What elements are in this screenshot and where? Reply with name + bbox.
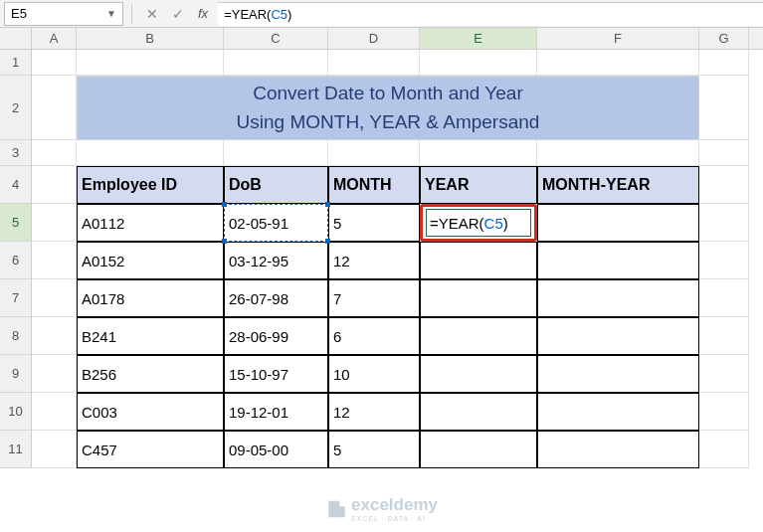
header-dob[interactable]: DoB [224,166,328,204]
cell-A1[interactable] [32,50,77,76]
cell-C8[interactable]: 28-06-99 [224,317,328,355]
cell-G3[interactable] [699,140,749,166]
cell-A11[interactable] [32,431,77,468]
cell-G5[interactable] [699,204,749,242]
cell-D3[interactable] [328,140,420,166]
cell-G11[interactable] [699,431,749,468]
cell-A3[interactable] [32,140,77,166]
cell-C3[interactable] [224,140,328,166]
cell-D8[interactable]: 6 [328,317,420,355]
cell-G8[interactable] [699,317,749,355]
select-all-corner[interactable] [0,28,32,49]
col-header-A[interactable]: A [32,28,77,49]
header-month-year[interactable]: MONTH-YEAR [537,166,699,204]
cell-E10[interactable] [420,393,537,431]
cell-E7[interactable] [420,279,537,317]
col-header-E[interactable]: E [420,28,537,49]
cell-E9[interactable] [420,355,537,393]
cell-F5[interactable] [537,204,699,242]
cell-D9[interactable]: 10 [328,355,420,393]
row-header-1[interactable]: 1 [0,50,32,76]
cell-E6[interactable] [420,242,537,279]
cell-B10[interactable]: C003 [77,393,224,431]
cell-B7[interactable]: A0178 [77,279,224,317]
cell-E3[interactable] [420,140,537,166]
cell-G4[interactable] [699,166,749,204]
cell-C5[interactable]: 02-05-91 [224,204,328,242]
row-header-6[interactable]: 6 [0,242,32,279]
cell-B5[interactable]: A0112 [77,204,224,242]
cell-C1[interactable] [224,50,328,76]
cell-A10[interactable] [32,393,77,431]
col-header-F[interactable]: F [537,28,699,49]
formula-input[interactable]: =YEAR(C5) [218,2,763,26]
row-header-10[interactable]: 10 [0,393,32,431]
cell-A8[interactable] [32,317,77,355]
header-month[interactable]: MONTH [328,166,420,204]
col-header-C[interactable]: C [224,28,328,49]
cell-A9[interactable] [32,355,77,393]
row-header-3[interactable]: 3 [0,140,32,166]
row-header-2[interactable]: 2 [0,76,32,140]
cell-G2[interactable] [699,76,749,140]
cell-C6[interactable]: 03-12-95 [224,242,328,279]
cell-B3[interactable] [77,140,224,166]
cell-F8[interactable] [537,317,699,355]
name-box[interactable]: E5 ▼ [4,2,123,26]
cell-F7[interactable] [537,279,699,317]
cell-E5[interactable]: =YEAR(C5) [420,204,537,242]
name-box-dropdown-icon[interactable]: ▼ [106,8,116,19]
column-headers: A B C D E F G [0,28,763,50]
cell-C10[interactable]: 19-12-01 [224,393,328,431]
col-header-G[interactable]: G [699,28,749,49]
header-year[interactable]: YEAR [420,166,537,204]
col-header-B[interactable]: B [77,28,224,49]
cell-B6[interactable]: A0152 [77,242,224,279]
cell-B1[interactable] [77,50,224,76]
cell-D11[interactable]: 5 [328,431,420,468]
col-header-D[interactable]: D [328,28,420,49]
row-header-5[interactable]: 5 [0,204,32,242]
cell-A5[interactable] [32,204,77,242]
cell-editor[interactable]: =YEAR(C5) [426,209,531,237]
cell-C9[interactable]: 15-10-97 [224,355,328,393]
cell-G7[interactable] [699,279,749,317]
row-header-9[interactable]: 9 [0,355,32,393]
cell-F3[interactable] [537,140,699,166]
cell-D7[interactable]: 7 [328,279,420,317]
cell-F11[interactable] [537,431,699,468]
header-employee-id[interactable]: Employee ID [77,166,224,204]
cell-F10[interactable] [537,393,699,431]
cell-G10[interactable] [699,393,749,431]
cell-A4[interactable] [32,166,77,204]
cell-E8[interactable] [420,317,537,355]
cell-B8[interactable]: B241 [77,317,224,355]
cell-G6[interactable] [699,242,749,279]
cell-G9[interactable] [699,355,749,393]
enter-icon[interactable]: ✓ [172,6,184,22]
cell-A7[interactable] [32,279,77,317]
row-header-8[interactable]: 8 [0,317,32,355]
cell-D5[interactable]: 5 [328,204,420,242]
fx-icon[interactable]: fx [198,6,208,21]
cell-D1[interactable] [328,50,420,76]
cell-F1[interactable] [537,50,699,76]
cell-F6[interactable] [537,242,699,279]
row-header-11[interactable]: 11 [0,431,32,468]
cell-D6[interactable]: 12 [328,242,420,279]
cell-A2[interactable] [32,76,77,140]
cancel-icon[interactable]: ✕ [146,6,158,22]
cell-C11[interactable]: 09-05-00 [224,431,328,468]
cell-G1[interactable] [699,50,749,76]
row-header-7[interactable]: 7 [0,279,32,317]
cell-D10[interactable]: 12 [328,393,420,431]
cell-B9[interactable]: B256 [77,355,224,393]
cell-A6[interactable] [32,242,77,279]
cell-C7[interactable]: 26-07-98 [224,279,328,317]
row-header-4[interactable]: 4 [0,166,32,204]
cell-B11[interactable]: C457 [77,431,224,468]
title-cell[interactable]: Convert Date to Month and Year Using MON… [77,76,699,140]
cell-E11[interactable] [420,431,537,468]
cell-E1[interactable] [420,50,537,76]
cell-F9[interactable] [537,355,699,393]
